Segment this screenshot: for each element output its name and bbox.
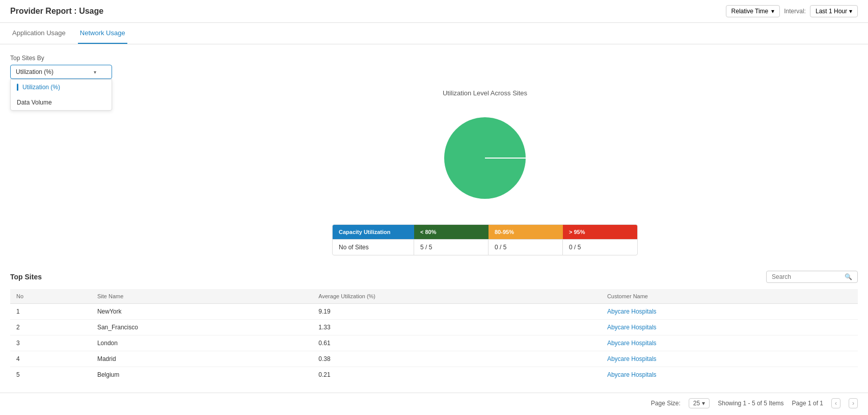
dropdown-label: Top Sites By [10,55,112,62]
chart-title: Utilization Level Across Sites [443,89,527,97]
legend-header-capacity: Capacity Utilization [333,225,414,239]
cell-customer-name: Abycare Hospitals [601,367,858,383]
legend-data-row: No of Sites 5 / 5 0 / 5 0 / 5 [333,239,637,255]
table-row: 2 San_Francisco 1.33 Abycare Hospitals [10,320,858,335]
cell-no: 4 [10,351,91,367]
tab-network-usage[interactable]: Network Usage [78,23,127,44]
table-row: 1 NewYork 9.19 Abycare Hospitals [10,304,858,320]
dropdown-option-label: Utilization (%) [22,84,60,91]
legend-data-80-95: 0 / 5 [489,240,563,255]
col-header-customer-name: Customer Name [601,289,858,304]
search-box[interactable]: 🔍 [766,271,858,283]
cell-site-name: San_Francisco [91,320,312,335]
top-sites-by-section: Top Sites By Utilization (%) ▾ Utilizati… [10,55,112,79]
showing-text: Showing 1 - 5 of 5 Items [718,400,783,407]
prev-page-button[interactable]: ‹ [831,398,840,408]
chevron-down-icon: ▾ [849,8,852,15]
top-sites-title: Top Sites [10,273,42,281]
relative-time-button[interactable]: Relative Time ▾ [726,5,780,17]
cell-site-name: Madrid [91,351,312,367]
dropdown-option-utilization[interactable]: Utilization (%) [11,80,112,95]
customer-link[interactable]: Abycare Hospitals [607,324,657,331]
table-body: 1 NewYork 9.19 Abycare Hospitals 2 San_F… [10,304,858,383]
header-controls: Relative Time ▾ Interval: Last 1 Hour ▾ [726,5,858,17]
table-row: 3 London 0.61 Abycare Hospitals [10,335,858,351]
cell-no: 2 [10,320,91,335]
search-icon: 🔍 [845,273,852,280]
table-footer: Page Size: 25 ▾ Showing 1 - 5 of 5 Items… [0,393,868,413]
cell-avg-util: 0.38 [312,351,601,367]
tabs-container: Application Usage Network Usage [0,23,868,44]
utilization-dropdown[interactable]: Utilization (%) ▾ [10,65,112,79]
cell-customer-name: Abycare Hospitals [601,351,858,367]
interval-label: Interval: [784,8,806,15]
selected-indicator [17,84,18,91]
legend-data-gt95: 0 / 5 [563,240,637,255]
legend-header-lt80: < 80% [414,225,489,239]
cell-no: 5 [10,367,91,383]
page-info: Page 1 of 1 [792,400,823,407]
col-header-site-name: Site Name [91,289,312,304]
legend-header-80-95: 80-95% [489,225,563,239]
col-header-avg-util: Average Utilization (%) [312,289,601,304]
last-hour-button[interactable]: Last 1 Hour ▾ [810,5,858,17]
pie-chart [434,107,536,209]
legend-data-lt80: 5 / 5 [414,240,489,255]
page-size-value: 25 [693,400,700,407]
customer-link[interactable]: Abycare Hospitals [607,371,657,378]
legend-table: Capacity Utilization < 80% 80-95% > 95% … [332,224,638,255]
cell-site-name: NewYork [91,304,312,320]
dropdown-option-label: Data Volume [17,99,52,106]
cell-site-name: Belgium [91,367,312,383]
customer-link[interactable]: Abycare Hospitals [607,340,657,347]
cell-customer-name: Abycare Hospitals [601,304,858,320]
table-header: No Site Name Average Utilization (%) Cus… [10,289,858,304]
cell-no: 3 [10,335,91,351]
table-row: 4 Madrid 0.38 Abycare Hospitals [10,351,858,367]
chevron-down-icon: ▾ [771,8,774,15]
search-input[interactable] [772,273,842,280]
chevron-down-icon: ▾ [702,400,705,407]
cell-avg-util: 0.61 [312,335,601,351]
cell-avg-util: 9.19 [312,304,601,320]
top-sites-section: Top Sites 🔍 No Site Name Average Utiliza… [10,271,858,382]
page-title: Provider Report : Usage [10,7,103,16]
table-header-row: No Site Name Average Utilization (%) Cus… [10,289,858,304]
cell-avg-util: 1.33 [312,320,601,335]
customer-link[interactable]: Abycare Hospitals [607,308,657,315]
dropdown-menu: Utilization (%) Data Volume [10,79,112,111]
page-size-label: Page Size: [651,400,681,407]
top-sites-table: No Site Name Average Utilization (%) Cus… [10,289,858,382]
customer-link[interactable]: Abycare Hospitals [607,355,657,362]
legend-header: Capacity Utilization < 80% 80-95% > 95% [333,225,637,239]
cell-customer-name: Abycare Hospitals [601,335,858,351]
page-size-button[interactable]: 25 ▾ [689,398,710,408]
cell-customer-name: Abycare Hospitals [601,320,858,335]
main-content: Top Sites By Utilization (%) ▾ Utilizati… [0,44,868,393]
pie-chart-svg [434,107,536,209]
relative-time-label: Relative Time [731,8,769,15]
col-header-no: No [10,289,91,304]
top-sites-header: Top Sites 🔍 [10,271,858,283]
table-row: 5 Belgium 0.21 Abycare Hospitals [10,367,858,383]
next-page-button[interactable]: › [849,398,858,408]
cell-avg-util: 0.21 [312,367,601,383]
chart-section: Utilization Level Across Sites Capacity … [112,89,858,255]
dropdown-option-data-volume[interactable]: Data Volume [11,95,112,110]
cell-site-name: London [91,335,312,351]
tab-application-usage[interactable]: Application Usage [10,23,68,44]
cell-no: 1 [10,304,91,320]
page-header: Provider Report : Usage Relative Time ▾ … [0,0,868,23]
legend-data-label: No of Sites [333,240,414,255]
legend-header-gt95: > 95% [563,225,637,239]
chevron-down-icon: ▾ [94,69,96,75]
dropdown-selected-value: Utilization (%) [16,68,53,75]
last-hour-label: Last 1 Hour [816,8,847,15]
